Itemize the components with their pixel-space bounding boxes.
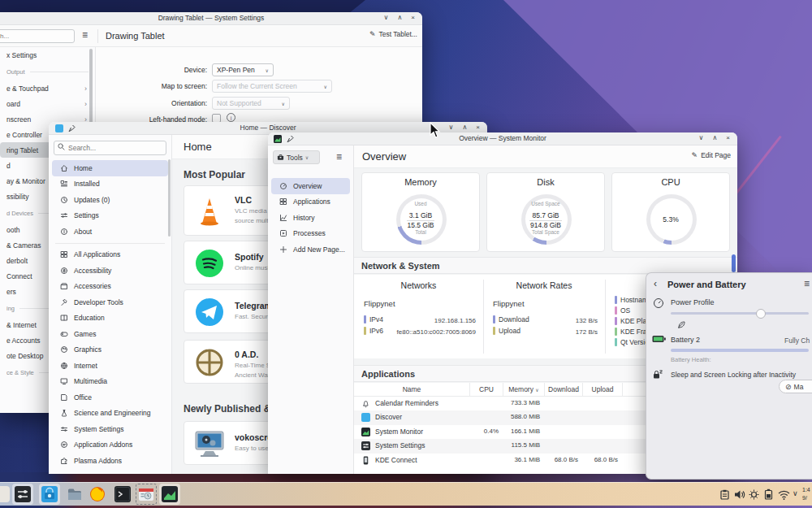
close-icon[interactable]: × [411,14,415,21]
discover-page-title: Home [184,141,212,153]
settings-window-title: Drawing Tablet — System Settings [0,14,422,22]
taskbar-system-settings-icon[interactable] [15,486,31,502]
sidebar-item-settings[interactable]: Settings [52,208,168,224]
sidebar-item-all-applications[interactable]: All Applications [52,247,168,263]
sidebar-item-developer-tools[interactable]: Developer Tools [52,294,168,310]
map-to-screen-combobox[interactable]: Follow the Current Screen∨ [212,80,332,93]
sysmon-scrollbar[interactable] [732,254,736,272]
sidebar-item-applications[interactable]: Applications [271,194,350,211]
sidebar-item-system-settings[interactable]: System Settings [52,421,168,437]
sensor-label: OS [620,306,630,315]
volume-icon[interactable] [734,489,745,500]
info-icon[interactable]: i [227,113,235,122]
taskbar-firefox-icon[interactable] [89,486,106,502]
taskbar-konsole-icon[interactable] [114,486,131,502]
maximize-icon[interactable]: ∧ [462,124,467,131]
sidebar-item-graphics[interactable]: Graphics [52,342,168,358]
sidebar-item-label: Plasma Addons [74,457,122,465]
most-popular-heading: Most Popular [184,169,245,180]
sidebar-item-multimedia[interactable]: Multimedia [52,374,168,390]
taskbar-system-monitor-icon[interactable] [162,486,178,502]
discover-icon [361,413,370,422]
taskbar-dolphin-icon[interactable] [67,486,83,502]
slider-handle[interactable] [756,309,766,319]
0ad-icon [195,348,224,377]
taskbar-discover-icon[interactable] [41,486,58,502]
sidebar-item-updates[interactable]: Updates (0) [52,192,168,208]
sidebar-item-plasma-addons[interactable]: Plasma Addons [52,453,168,469]
edit-page-label: Edit Page [701,151,731,159]
hamburger-menu-icon[interactable]: ≡ [804,278,810,289]
edit-page-button[interactable]: ✎ Edit Page [692,151,731,159]
device-combobox[interactable]: XP-Pen Pen∨ [212,63,274,76]
tools-button[interactable]: Tools ∨ [273,150,320,164]
column-header-name[interactable]: Name [354,383,470,397]
sensor-label: IPv4 [369,315,383,323]
hamburger-menu-icon[interactable]: ≡ [336,151,342,163]
pen-icon: ✎ [692,151,698,159]
sidebar-item-education[interactable]: Education [52,310,168,327]
multimedia-icon [60,377,68,385]
taskbar: ∨ 1:4 9/ [0,482,812,506]
battery-tray-icon[interactable] [764,488,773,500]
sidebar-item-home[interactable]: Home [52,160,168,176]
sidebar-item-label: derbolt [6,257,28,265]
tray-expand-icon[interactable]: ∨ [793,489,798,497]
sidebar-item-installed[interactable]: Installed [52,176,168,193]
minimize-icon[interactable]: ∨ [449,124,454,131]
sysmon-titlebar[interactable]: Overview — System Monitor ∨∧× [268,132,737,145]
sidebar-item[interactable]: e & Touchpad› [0,80,95,96]
sidebar-item-processes[interactable]: Processes [271,226,350,242]
memory-cell: 166.1 MiB [503,428,540,435]
sidebar-item-accessibility[interactable]: Accessibility [52,263,168,279]
sidebar-item-office[interactable]: Office [52,389,168,406]
cpu-card: CPU 5.3% [611,172,730,252]
settings-titlebar[interactable]: Drawing Tablet — System Settings ∨∧× [0,12,422,25]
close-icon[interactable]: × [726,134,730,141]
sidebar-item-internet[interactable]: Internet [52,358,168,374]
device-value: XP-Pen Pen [217,66,255,74]
hamburger-menu-icon[interactable]: ≡ [82,29,88,41]
column-header-upload[interactable]: Upload [583,383,623,397]
clipboard-icon[interactable] [719,489,730,500]
discover-search-input[interactable] [54,141,166,155]
back-icon[interactable]: ‹ [654,278,657,289]
memory-cell: 588.0 MiB [503,413,540,420]
maximize-icon[interactable]: ∧ [397,14,402,21]
block-sleep-button[interactable]: ⊘ Ma [779,380,812,393]
desktop: Drawing Tablet — System Settings ∨∧× ≡ D… [0,0,812,508]
app-launcher-icon[interactable] [0,486,10,502]
sidebar-item-games[interactable]: Games [52,326,168,342]
column-header-download[interactable]: Download [545,383,583,397]
sidebar-item-add-new-page[interactable]: Add New Page... [271,241,350,258]
sensor-color-bar [493,315,495,323]
sidebar-item-science[interactable]: Science and Engineering [52,406,168,422]
sidebar-item-about[interactable]: About [52,224,168,240]
sidebar-item[interactable]: x Settings [0,47,95,63]
test-tablet-button[interactable]: ✎ Test Tablet... [369,30,417,38]
sidebar-item-overview[interactable]: Overview [271,178,350,194]
discover-sidebar-scrollbar[interactable] [168,159,171,237]
app-name-cell: Discover [375,413,402,421]
wifi-icon[interactable] [778,490,790,500]
clock[interactable]: 1:4 9/ [802,486,812,502]
orientation-combobox[interactable]: Not Supported∨ [212,97,290,110]
sidebar-item[interactable]: oard› [0,96,95,111]
sidebar-item-accessories[interactable]: Accessories [52,279,168,295]
close-icon[interactable]: × [476,124,480,131]
brightness-icon[interactable] [749,489,759,500]
app-name: VLC [235,195,252,205]
minimize-icon[interactable]: ∨ [384,14,389,21]
sidebar-item-history[interactable]: History [271,210,350,226]
power-profile-slider[interactable] [671,312,809,315]
gauge-total-value: 914.8 GiB [487,221,604,229]
settings-search-input[interactable] [0,29,75,43]
column-header-memory[interactable]: Memory ∨ [503,383,545,397]
sidebar-item-application-addons[interactable]: Application Addons [52,437,168,454]
taskbar-calendar-icon[interactable] [138,486,154,502]
column-header-cpu[interactable]: CPU [470,383,503,397]
maximize-icon[interactable]: ∧ [712,134,717,141]
minimize-icon[interactable]: ∨ [699,134,704,141]
sidebar-item-label: e & Touchpad [6,85,49,93]
orientation-value: Not Supported [217,99,261,107]
